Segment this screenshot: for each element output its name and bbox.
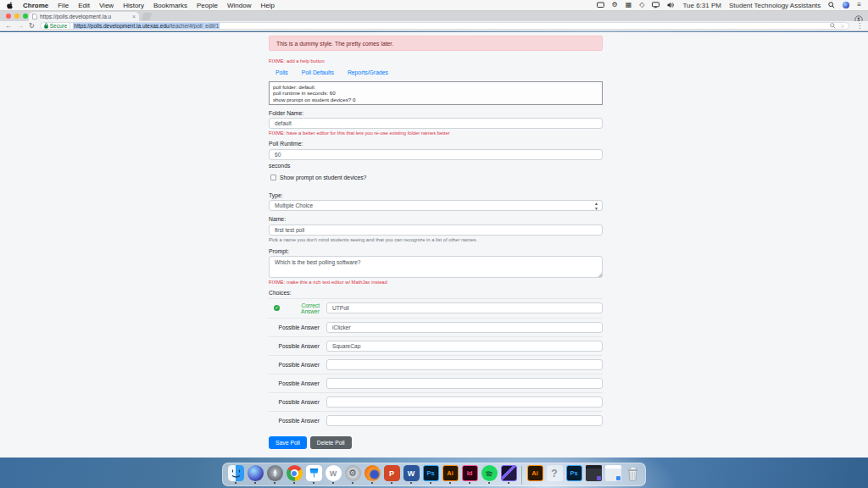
dock-powerpoint[interactable]: P <box>383 465 400 484</box>
save-poll-button[interactable]: Save Poll <box>269 436 307 449</box>
debug-line: poll folder: default <box>273 84 598 91</box>
choice-input-4[interactable] <box>326 359 603 370</box>
dock-design-app[interactable] <box>500 465 517 484</box>
volume-icon[interactable] <box>667 2 675 8</box>
name-input[interactable] <box>269 225 603 236</box>
menu-view[interactable]: View <box>99 2 114 9</box>
dock: W ⚙ P W Ps Ai Id <box>222 463 646 486</box>
choices-list: ✓ Correct Answer Possible Answer Possibl… <box>269 298 603 430</box>
poll-runtime-input[interactable] <box>269 149 603 160</box>
correct-answer-text: Correct Answer <box>282 302 320 314</box>
fullscreen-window-button[interactable] <box>23 14 28 19</box>
dock-missing-item[interactable]: ? <box>546 465 563 484</box>
url-text[interactable]: https://polls.development.la.utexas.edu/… <box>73 23 220 29</box>
close-window-button[interactable] <box>6 14 11 19</box>
poll-edit-form: This is a dummy style. The pretty comes … <box>269 32 603 449</box>
menu-edit[interactable]: Edit <box>78 2 90 9</box>
omnibox-divider <box>70 23 70 29</box>
browser-tab[interactable]: https://polls.development.la.u × <box>29 12 139 21</box>
menu-bookmarks[interactable]: Bookmarks <box>153 2 187 9</box>
dock-finder[interactable] <box>227 465 244 484</box>
bookmark-star-icon[interactable]: ☆ <box>840 23 845 30</box>
menu-history[interactable]: History <box>123 2 144 9</box>
tab-reports-grades[interactable]: Reports/Grades <box>341 68 395 78</box>
resize-grip-icon[interactable] <box>598 273 602 277</box>
gear-icon[interactable]: ⚙ <box>612 2 618 8</box>
folder-name-label: Folder Name: <box>269 110 603 116</box>
choice-input-3[interactable] <box>326 341 603 352</box>
window-controls[interactable] <box>6 14 28 19</box>
menu-user[interactable]: Student Technology Assistants <box>729 2 821 9</box>
illustrator-icon: Ai <box>442 465 459 481</box>
firefox-icon <box>364 465 381 481</box>
folder-name-input[interactable] <box>269 118 603 129</box>
dock-chrome[interactable] <box>286 465 303 484</box>
zoom-icon[interactable] <box>830 23 836 30</box>
choice-input-2[interactable] <box>326 322 603 333</box>
dock-minimized-window-dark[interactable] <box>585 465 602 484</box>
dock-launchpad[interactable] <box>266 465 283 484</box>
choice-input-5[interactable] <box>326 378 603 389</box>
dock-w-app[interactable]: W <box>325 465 342 484</box>
search-icon[interactable] <box>828 2 835 8</box>
reload-button[interactable]: ↻ <box>29 23 35 30</box>
show-prompt-label: Show prompt on student devices? <box>280 175 366 180</box>
illustrator-file-icon: Ai <box>527 465 543 481</box>
menu-people[interactable]: People <box>197 2 218 9</box>
notification-center-icon[interactable]: ≡ <box>857 2 861 8</box>
tab-poll-defaults[interactable]: Poll Defaults <box>295 68 341 78</box>
minimize-window-button[interactable] <box>14 14 19 19</box>
menu-window[interactable]: Window <box>227 2 251 9</box>
dock-indesign[interactable]: Id <box>461 465 478 484</box>
grid-icon[interactable]: ▦ <box>626 2 632 8</box>
dock-keynote[interactable] <box>305 465 322 484</box>
menu-clock[interactable]: Tue 6:31 PM <box>682 2 721 9</box>
dock-spotify[interactable] <box>481 465 498 484</box>
dock-illustrator-file[interactable]: Ai <box>526 465 543 484</box>
diamond-icon[interactable]: ◇ <box>639 2 644 8</box>
menu-help[interactable]: Help <box>260 2 274 9</box>
display-icon[interactable] <box>597 2 604 8</box>
dock-minimized-window-light[interactable] <box>604 465 621 484</box>
chrome-menu-icon[interactable]: ⋮ <box>856 22 863 30</box>
dock-photoshop-file[interactable]: Ps <box>565 465 582 484</box>
dock-firefox[interactable] <box>364 465 381 484</box>
prompt-textarea[interactable]: Which is the best polling software? <box>269 256 603 278</box>
possible-answer-label: Possible Answer <box>274 362 326 368</box>
address-bar[interactable]: Secure https://polls.development.la.utex… <box>40 22 849 30</box>
choice-input-6[interactable] <box>326 396 603 408</box>
monitor-icon[interactable] <box>652 2 659 8</box>
tab-close-icon[interactable]: × <box>132 14 136 19</box>
type-select[interactable]: Multiple Choice ▲▼ <box>269 200 603 211</box>
dock-word[interactable]: W <box>403 465 420 484</box>
choice-input-7[interactable] <box>326 415 603 426</box>
dock-photoshop[interactable]: Ps <box>422 465 439 484</box>
siri-icon[interactable] <box>843 2 849 8</box>
keynote-icon <box>306 465 322 481</box>
dock-illustrator[interactable]: Ai <box>442 465 459 484</box>
apple-icon[interactable] <box>7 2 14 9</box>
finder-icon <box>228 465 244 481</box>
forward-button[interactable]: → <box>17 23 24 30</box>
tab-title: https://polls.development.la.u <box>40 14 130 19</box>
spotify-icon <box>481 465 498 481</box>
new-tab-button[interactable] <box>142 13 153 20</box>
dock-divider <box>521 466 522 485</box>
dock-trash[interactable] <box>624 465 641 484</box>
menu-app-name[interactable]: Chrome <box>23 2 48 9</box>
delete-poll-button[interactable]: Delete Poll <box>310 436 352 449</box>
back-button[interactable]: ← <box>5 23 12 30</box>
dock-siri[interactable] <box>247 465 264 484</box>
tab-favicon-icon <box>32 14 37 20</box>
minimized-window-dark-icon <box>586 465 602 481</box>
show-prompt-checkbox[interactable] <box>270 175 276 180</box>
secure-badge[interactable]: Secure <box>44 23 68 29</box>
dock-system-preferences[interactable]: ⚙ <box>344 465 361 484</box>
poll-runtime-label: Poll Runtime: <box>269 141 603 147</box>
debug-line: show prompt on student devices? 0 <box>273 97 598 103</box>
possible-answer-label: Possible Answer <box>274 324 326 330</box>
menu-file[interactable]: File <box>58 2 69 9</box>
choice-input-1[interactable] <box>326 302 603 313</box>
debug-output-box: poll folder: default poll runtime in sec… <box>269 81 603 105</box>
tab-polls[interactable]: Polls <box>269 68 295 78</box>
